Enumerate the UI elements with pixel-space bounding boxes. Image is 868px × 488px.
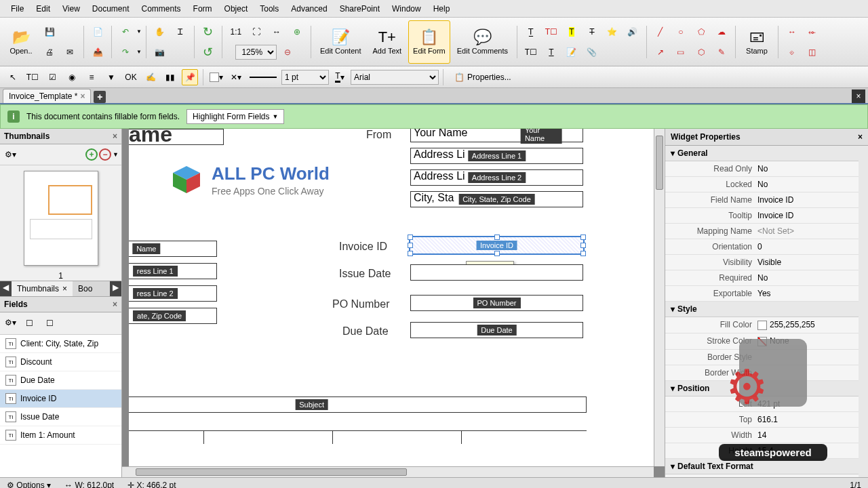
- favorite-button[interactable]: ⭐: [603, 22, 622, 41]
- rotate-ccw-button[interactable]: ↻: [199, 22, 218, 41]
- options-button[interactable]: ⚙ Options ▾: [7, 481, 51, 489]
- prop-visibility[interactable]: Visible: [757, 258, 864, 267]
- signature-tool[interactable]: ✍: [142, 69, 159, 85]
- fit-page-button[interactable]: ⛶: [247, 22, 266, 41]
- arrow-tool[interactable]: ↗: [651, 43, 670, 62]
- fit-actual-button[interactable]: 1:1: [226, 22, 245, 41]
- prop-tooltip[interactable]: Invoice ID: [757, 211, 864, 220]
- panel-nav-left[interactable]: ◀: [0, 281, 12, 296]
- line-weight-select[interactable]: 1 pt: [281, 70, 329, 85]
- checkbox-tool[interactable]: ☑: [44, 69, 60, 85]
- undo-button[interactable]: ↶: [116, 22, 135, 41]
- properties-button[interactable]: 📋 Properties...: [448, 70, 518, 84]
- section-style[interactable]: ▾Style: [665, 302, 868, 317]
- client-addr2-field[interactable]: ress Line 2: [129, 285, 217, 302]
- field-item[interactable]: TIItem 1: Amount: [0, 426, 121, 445]
- prop-left[interactable]: 421 pt: [757, 399, 864, 409]
- prop-required[interactable]: No: [757, 273, 864, 283]
- close-all-tabs-button[interactable]: ×: [852, 89, 865, 103]
- menu-object[interactable]: Object: [219, 2, 254, 16]
- text-field-tool[interactable]: T☐: [24, 69, 41, 85]
- vertical-scrollbar[interactable]: [654, 129, 665, 466]
- radio-tool[interactable]: ◉: [64, 69, 80, 85]
- fields-tool-1[interactable]: ☐: [21, 315, 37, 331]
- strikeout-button[interactable]: T: [583, 22, 601, 41]
- prop-orientation[interactable]: 0: [757, 242, 864, 251]
- document-canvas[interactable]: ame ALL PC World Free Apps One Click Awa…: [129, 129, 654, 466]
- edit-comments-button[interactable]: 💬 Edit Comments: [452, 20, 513, 64]
- textbox-button[interactable]: T☐: [542, 22, 561, 41]
- zoom-out-button[interactable]: ⊖: [278, 43, 297, 62]
- field-item[interactable]: TIClient: City, State, Zip: [0, 335, 121, 353]
- menu-tools[interactable]: Tools: [254, 2, 284, 16]
- your-name-field[interactable]: Your Name Your Name: [410, 129, 583, 142]
- prop-border-style[interactable]: [757, 352, 864, 362]
- close-icon[interactable]: ×: [62, 284, 67, 293]
- distance-tool[interactable]: ↔: [783, 22, 802, 41]
- issue-date-field[interactable]: [410, 264, 583, 281]
- redo-dropdown-icon[interactable]: ▼: [136, 49, 142, 55]
- highlight-button[interactable]: T: [562, 22, 581, 41]
- menu-comments[interactable]: Comments: [136, 2, 186, 16]
- fields-tool-2[interactable]: ☐: [41, 315, 58, 331]
- undo-dropdown-icon[interactable]: ▼: [136, 28, 142, 35]
- eraser-tool[interactable]: ◫: [803, 43, 822, 62]
- area-tool[interactable]: ⬰: [803, 22, 822, 41]
- bookmarks-tab[interactable]: Boo: [73, 281, 98, 296]
- menu-sharepoint[interactable]: SharePoint: [334, 2, 385, 16]
- typewriter-button[interactable]: T̲: [521, 22, 540, 41]
- subject-field[interactable]: Subject: [129, 396, 587, 413]
- thumbnails-tab[interactable]: Thumbnails×: [12, 281, 73, 296]
- properties-scrollbar[interactable]: [859, 146, 868, 477]
- cloud-tool[interactable]: ☁: [712, 22, 731, 41]
- font-color-tool[interactable]: T▾: [332, 69, 348, 85]
- prop-height[interactable]: 15.4: [757, 446, 864, 455]
- fit-width-button[interactable]: ↔: [267, 22, 286, 41]
- callout-button[interactable]: T☐: [521, 43, 540, 62]
- email-button[interactable]: ✉: [60, 43, 79, 62]
- font-select[interactable]: Arial: [351, 70, 439, 85]
- field-item[interactable]: TIIssue Date: [0, 408, 121, 426]
- open-button[interactable]: 📂 Open..: [4, 20, 38, 64]
- prop-mapping[interactable]: <Not Set>: [757, 226, 864, 236]
- pointer-tool[interactable]: ↖: [5, 69, 21, 85]
- tab-close-icon[interactable]: ×: [80, 92, 85, 101]
- underline-button[interactable]: T: [542, 43, 561, 62]
- export-button[interactable]: 📤: [88, 43, 107, 62]
- add-text-button[interactable]: T+ Add Text: [368, 20, 406, 64]
- edit-form-button[interactable]: 📋 Edit Form: [408, 20, 450, 64]
- page-thumbnail[interactable]: [24, 171, 98, 266]
- section-general[interactable]: ▾General: [665, 146, 868, 161]
- save-button[interactable]: 💾: [40, 22, 59, 41]
- invoice-id-field-selected[interactable]: Invoice ID: [409, 236, 585, 255]
- zoom-in-button[interactable]: ⊕: [288, 22, 307, 41]
- thumbnail-zoom-dropdown[interactable]: ▼: [113, 151, 119, 158]
- menu-file[interactable]: File: [5, 2, 29, 16]
- city-field[interactable]: City, Sta City, State, Zip Code: [410, 191, 583, 207]
- document-tab[interactable]: Invoice_Template * ×: [3, 89, 91, 103]
- line-tool[interactable]: ╱: [651, 22, 670, 41]
- rect-tool[interactable]: ▭: [671, 43, 690, 62]
- fill-color-tool[interactable]: ▾: [208, 69, 224, 85]
- scan-button[interactable]: 📄: [88, 22, 107, 41]
- sound-button[interactable]: 🔊: [623, 22, 642, 41]
- button-tool[interactable]: OK: [123, 69, 139, 85]
- horizontal-scrollbar[interactable]: [122, 466, 654, 477]
- fields-options-button[interactable]: ⚙▾: [3, 315, 18, 330]
- stroke-color-tool[interactable]: ✕▾: [228, 69, 244, 85]
- hand-tool[interactable]: ✋: [151, 22, 170, 41]
- zoom-select[interactable]: 125%: [235, 45, 277, 60]
- highlight-fields-button[interactable]: Highlight Form Fields ▼: [186, 109, 284, 124]
- stamp-button[interactable]: 🖃 Stamp: [740, 20, 774, 64]
- field-item[interactable]: TIDue Date: [0, 371, 121, 390]
- client-city-field[interactable]: ate, Zip Code: [129, 308, 217, 324]
- attach-button[interactable]: 📎: [583, 43, 601, 62]
- polygon-line-tool[interactable]: ⬠: [692, 22, 711, 41]
- menu-view[interactable]: View: [57, 2, 85, 16]
- prop-fill-color[interactable]: 255,255,255: [757, 320, 864, 330]
- keep-tool[interactable]: 📌: [182, 69, 198, 85]
- panel-nav-right[interactable]: ▶: [110, 281, 121, 296]
- properties-close-icon[interactable]: ×: [858, 132, 863, 142]
- client-addr1-field[interactable]: ress Line 1: [129, 263, 217, 279]
- address1-field[interactable]: Address Li Address Line 1: [410, 148, 583, 164]
